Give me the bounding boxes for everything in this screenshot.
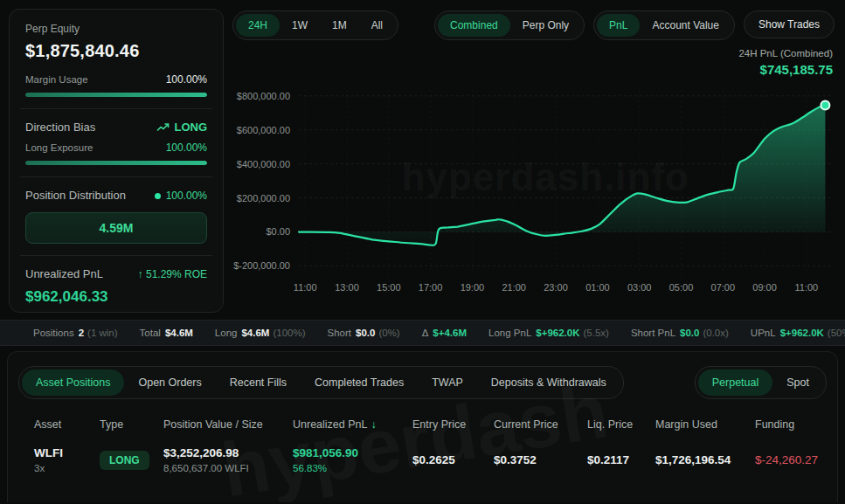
position-distribution-value: 100.00% bbox=[155, 190, 207, 202]
y-tick-label: $0.00 bbox=[266, 226, 290, 237]
positions-stats-bar: Positions2(1 win)Total$4.6MLong$4.6M(100… bbox=[0, 320, 845, 346]
funding-cell: $-24,260.27 bbox=[755, 453, 837, 466]
tab-deposits-withdrawals[interactable]: Deposits & Withdrawals bbox=[477, 369, 620, 396]
y-tick-label: $600,000.00 bbox=[237, 125, 290, 135]
long-exposure-bar bbox=[25, 161, 207, 165]
x-tick-label: 11:00 bbox=[294, 282, 317, 293]
x-tick-label: 13:00 bbox=[335, 282, 359, 293]
long-exposure-value: 100.00% bbox=[166, 142, 207, 154]
market-tab-group: PerpetualSpot bbox=[695, 366, 827, 399]
col-current-price[interactable]: Current Price bbox=[494, 418, 587, 431]
chart-plot: hyperdash.info 11:0013:0015:0017:0019:00… bbox=[232, 85, 835, 305]
tab-recent-fills[interactable]: Recent Fills bbox=[216, 369, 301, 396]
table-header: AssetTypePosition Value / SizeUnrealized… bbox=[34, 418, 837, 443]
x-tick-label: 07:00 bbox=[711, 282, 736, 293]
market-tab-perpetual[interactable]: Perpetual bbox=[698, 369, 773, 396]
last-point-dot bbox=[821, 101, 829, 110]
col-position-value-size[interactable]: Position Value / Size bbox=[163, 418, 293, 431]
position-value-cell: $3,252,206.988,650,637.00 WLFI bbox=[163, 446, 293, 473]
metric-tab-account-value[interactable]: Account Value bbox=[640, 14, 731, 37]
col-liq-price[interactable]: Liq. Price bbox=[587, 418, 655, 431]
pnl-area-fill bbox=[299, 106, 825, 245]
divider bbox=[20, 176, 212, 177]
x-tick-label: 23:00 bbox=[544, 282, 568, 293]
unrealized-pnl-value: $962,046.33 bbox=[25, 288, 207, 306]
unrealized-pnl-label: Unrealized PnL bbox=[25, 267, 103, 280]
range-tab-24h[interactable]: 24H bbox=[236, 14, 280, 37]
x-tick-label: 15:00 bbox=[377, 282, 401, 293]
range-tab-1m[interactable]: 1M bbox=[320, 14, 359, 37]
trending-up-icon bbox=[156, 122, 170, 133]
metric-tab-pnl[interactable]: PnL bbox=[597, 14, 640, 37]
col-entry-price[interactable]: Entry Price bbox=[412, 418, 494, 431]
x-tick-label: 09:00 bbox=[752, 282, 777, 293]
col-margin-used[interactable]: Margin Used bbox=[655, 418, 755, 431]
perp-equity-label: Perp Equity bbox=[25, 23, 207, 35]
stat-long-pnl: Long PnL$+962.0K(5.5x) bbox=[488, 328, 609, 338]
account-summary-card: Perp Equity $1,875,840.46 Margin Usage 1… bbox=[9, 9, 224, 313]
top-section: Perp Equity $1,875,840.46 Margin Usage 1… bbox=[0, 0, 845, 313]
margin-usage-value: 100.00% bbox=[166, 73, 207, 86]
stat-short: Short$0.0(0%) bbox=[328, 328, 400, 338]
pnl-chart-area: 24H1W1MAll CombinedPerp Only PnLAccount … bbox=[232, 9, 835, 313]
long-badge: LONG bbox=[100, 451, 149, 470]
table-body: WLFI3xLONG$3,252,206.988,650,637.00 WLFI… bbox=[34, 443, 837, 482]
tab-twap[interactable]: TWAP bbox=[418, 369, 477, 396]
unrealized-pnl-cell: $981,056.9056.83% bbox=[293, 446, 412, 473]
mode-tab-perp-only[interactable]: Perp Only bbox=[510, 14, 581, 37]
chart-header: 24H PnL (Combined) $745,185.75 bbox=[232, 48, 833, 85]
x-tick-label: 19:00 bbox=[461, 282, 485, 293]
stat-short-pnl: Short PnL$0.0(0.0x) bbox=[631, 328, 729, 338]
roe-value: ↑ 51.29% ROE bbox=[138, 268, 207, 280]
col-asset[interactable]: Asset bbox=[34, 418, 100, 431]
divider bbox=[20, 108, 212, 109]
position-distribution-label: Position Distribution bbox=[25, 189, 126, 202]
x-tick-label: 01:00 bbox=[585, 282, 610, 293]
metric-tab-group: PnLAccount Value bbox=[593, 10, 735, 40]
direction-bias-value: LONG bbox=[156, 121, 207, 134]
range-tab-all[interactable]: All bbox=[359, 14, 395, 37]
y-tick-label: $200,000.00 bbox=[237, 193, 290, 204]
chart-pnl-value: $745,185.75 bbox=[232, 62, 833, 77]
position-row-wlfi[interactable]: WLFI3xLONG$3,252,206.988,650,637.00 WLFI… bbox=[34, 443, 837, 482]
margin-usage-bar bbox=[25, 93, 207, 97]
tab-completed-trades[interactable]: Completed Trades bbox=[301, 369, 418, 396]
liq-price-cell: $0.2117 bbox=[587, 453, 655, 466]
y-tick-label: $-200,000.00 bbox=[233, 260, 290, 271]
market-tab-spot[interactable]: Spot bbox=[772, 369, 823, 396]
entry-price-cell: $0.2625 bbox=[412, 453, 494, 466]
col-funding[interactable]: Funding bbox=[755, 418, 837, 431]
sort-desc-icon: ↓ bbox=[371, 418, 376, 431]
position-distribution-segment[interactable]: 4.59M bbox=[25, 212, 207, 244]
col-type[interactable]: Type bbox=[100, 418, 163, 431]
direction-bias-label: Direction Bias bbox=[25, 121, 95, 134]
x-tick-label: 17:00 bbox=[419, 282, 443, 293]
chart-toolbar: 24H1W1MAll CombinedPerp Only PnLAccount … bbox=[232, 9, 835, 42]
col-unrealized-pnl[interactable]: Unrealized PnL↓ bbox=[293, 418, 412, 431]
positions-panel: hyperdash Asset PositionsOpen OrdersRece… bbox=[7, 351, 838, 502]
margin-used-cell: $1,726,196.54 bbox=[655, 453, 755, 466]
tab-asset-positions[interactable]: Asset Positions bbox=[22, 369, 124, 396]
up-arrow-icon: ↑ bbox=[138, 268, 143, 280]
divider bbox=[20, 255, 212, 256]
x-tick-label: 05:00 bbox=[669, 282, 694, 293]
pnl-area-chart: 11:0013:0015:0017:0019:0021:0023:0001:00… bbox=[232, 85, 836, 305]
range-tab-1w[interactable]: 1W bbox=[280, 14, 320, 37]
y-tick-label: $800,000.00 bbox=[237, 91, 290, 101]
positions-tabs-row: Asset PositionsOpen OrdersRecent FillsCo… bbox=[8, 366, 837, 399]
stat-positions: Positions2(1 win) bbox=[33, 328, 118, 338]
long-exposure-label: Long Exposure bbox=[25, 142, 93, 153]
stat-long: Long$4.6M(100%) bbox=[215, 328, 306, 338]
mode-tab-group: CombinedPerp Only bbox=[434, 10, 585, 40]
stat-delta: Δ$+4.6M bbox=[422, 328, 467, 338]
perp-equity-value: $1,875,840.46 bbox=[25, 41, 207, 61]
x-tick-label: 21:00 bbox=[502, 282, 526, 293]
chart-title: 24H PnL (Combined) bbox=[232, 48, 833, 59]
positions-table: AssetTypePosition Value / SizeUnrealized… bbox=[8, 418, 837, 482]
mode-tab-combined[interactable]: Combined bbox=[438, 14, 510, 37]
tab-open-orders[interactable]: Open Orders bbox=[124, 369, 215, 396]
stat-upnl: UPnL$+962.0K(50% win) bbox=[751, 328, 845, 338]
type-cell: LONG bbox=[100, 451, 163, 470]
stat-total: Total$4.6M bbox=[140, 328, 193, 338]
show-trades-button[interactable]: Show Trades bbox=[744, 10, 835, 38]
